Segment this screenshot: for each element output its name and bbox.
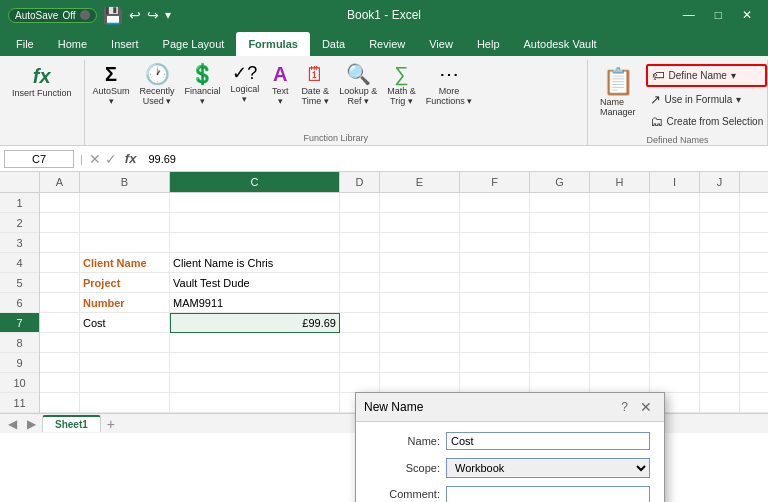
- cell-c10[interactable]: [170, 373, 340, 393]
- cell-b1[interactable]: [80, 193, 170, 213]
- formula-input[interactable]: [144, 151, 764, 167]
- sheet-nav-right[interactable]: ▶: [23, 417, 40, 431]
- cell-f2[interactable]: [460, 213, 530, 233]
- cell-h4[interactable]: [590, 253, 650, 273]
- cell-b8[interactable]: [80, 333, 170, 353]
- cell-h6[interactable]: [590, 293, 650, 313]
- cell-d7[interactable]: [340, 313, 380, 333]
- row-header-10[interactable]: 10: [0, 373, 39, 393]
- cell-f7[interactable]: [460, 313, 530, 333]
- cell-i1[interactable]: [650, 193, 700, 213]
- cell-e5[interactable]: [380, 273, 460, 293]
- cell-f6[interactable]: [460, 293, 530, 313]
- tab-data[interactable]: Data: [310, 32, 357, 56]
- cell-i8[interactable]: [650, 333, 700, 353]
- create-from-selection-button[interactable]: 🗂 Create from Selection: [646, 112, 768, 131]
- cell-c3[interactable]: [170, 233, 340, 253]
- tab-help[interactable]: Help: [465, 32, 512, 56]
- cell-a1[interactable]: [40, 193, 80, 213]
- cell-e3[interactable]: [380, 233, 460, 253]
- row-header-7[interactable]: 7: [0, 313, 39, 333]
- dialog-scope-select[interactable]: Workbook Sheet1: [446, 458, 650, 478]
- cell-g1[interactable]: [530, 193, 590, 213]
- cell-g5[interactable]: [530, 273, 590, 293]
- close-button[interactable]: ✕: [734, 6, 760, 24]
- cell-d2[interactable]: [340, 213, 380, 233]
- cell-e2[interactable]: [380, 213, 460, 233]
- cell-h8[interactable]: [590, 333, 650, 353]
- cell-f1[interactable]: [460, 193, 530, 213]
- col-header-e[interactable]: E: [380, 172, 460, 192]
- cell-j8[interactable]: [700, 333, 740, 353]
- sheet-nav-left[interactable]: ◀: [4, 417, 21, 431]
- dialog-close-button[interactable]: ✕: [636, 399, 656, 415]
- cell-a2[interactable]: [40, 213, 80, 233]
- redo-icon[interactable]: ↪: [147, 7, 159, 23]
- cell-g8[interactable]: [530, 333, 590, 353]
- cell-b11[interactable]: [80, 393, 170, 413]
- math-trig-button[interactable]: ∑ Math &Trig ▾: [383, 62, 420, 108]
- cell-f5[interactable]: [460, 273, 530, 293]
- cell-b6[interactable]: Number: [80, 293, 170, 313]
- cell-c9[interactable]: [170, 353, 340, 373]
- cell-g10[interactable]: [530, 373, 590, 393]
- row-header-3[interactable]: 3: [0, 233, 39, 253]
- cell-g9[interactable]: [530, 353, 590, 373]
- cell-j4[interactable]: [700, 253, 740, 273]
- cell-a7[interactable]: [40, 313, 80, 333]
- tab-home[interactable]: Home: [46, 32, 99, 56]
- cell-j3[interactable]: [700, 233, 740, 253]
- cell-d9[interactable]: [340, 353, 380, 373]
- use-in-formula-button[interactable]: ↗ Use in Formula ▾: [646, 90, 768, 109]
- cell-h5[interactable]: [590, 273, 650, 293]
- cell-a4[interactable]: [40, 253, 80, 273]
- tab-review[interactable]: Review: [357, 32, 417, 56]
- cell-i10[interactable]: [650, 373, 700, 393]
- dialog-name-input[interactable]: [446, 432, 650, 450]
- recently-used-button[interactable]: 🕐 RecentlyUsed ▾: [136, 62, 179, 108]
- autosave-toggle[interactable]: AutoSave Off: [8, 8, 97, 23]
- cell-i4[interactable]: [650, 253, 700, 273]
- cell-g4[interactable]: [530, 253, 590, 273]
- row-header-11[interactable]: 11: [0, 393, 39, 413]
- col-header-a[interactable]: A: [40, 172, 80, 192]
- cell-b10[interactable]: [80, 373, 170, 393]
- cell-a8[interactable]: [40, 333, 80, 353]
- name-manager-button[interactable]: 📋 NameManager: [594, 62, 642, 121]
- tab-autodesk-vault[interactable]: Autodesk Vault: [512, 32, 609, 56]
- cancel-formula-icon[interactable]: ✕: [89, 151, 101, 167]
- cell-e10[interactable]: [380, 373, 460, 393]
- cell-j2[interactable]: [700, 213, 740, 233]
- tab-file[interactable]: File: [4, 32, 46, 56]
- dialog-help-icon[interactable]: ?: [621, 400, 628, 414]
- cell-c5[interactable]: Vault Test Dude: [170, 273, 340, 293]
- row-header-4[interactable]: 4: [0, 253, 39, 273]
- cell-b4[interactable]: Client Name: [80, 253, 170, 273]
- save-icon[interactable]: 💾: [103, 6, 123, 25]
- cell-f3[interactable]: [460, 233, 530, 253]
- cell-d6[interactable]: [340, 293, 380, 313]
- tab-insert[interactable]: Insert: [99, 32, 151, 56]
- cell-d1[interactable]: [340, 193, 380, 213]
- cell-e9[interactable]: [380, 353, 460, 373]
- tab-formulas[interactable]: Formulas: [236, 32, 310, 56]
- cell-j10[interactable]: [700, 373, 740, 393]
- cell-a11[interactable]: [40, 393, 80, 413]
- cell-h3[interactable]: [590, 233, 650, 253]
- cell-g2[interactable]: [530, 213, 590, 233]
- cell-h2[interactable]: [590, 213, 650, 233]
- lookup-ref-button[interactable]: 🔍 Lookup &Ref ▾: [335, 62, 381, 108]
- cell-a3[interactable]: [40, 233, 80, 253]
- cell-e1[interactable]: [380, 193, 460, 213]
- cell-f9[interactable]: [460, 353, 530, 373]
- cell-i6[interactable]: [650, 293, 700, 313]
- cell-g3[interactable]: [530, 233, 590, 253]
- cell-g7[interactable]: [530, 313, 590, 333]
- col-header-b[interactable]: B: [80, 172, 170, 192]
- cell-i5[interactable]: [650, 273, 700, 293]
- cell-j11[interactable]: [700, 393, 740, 413]
- cell-f8[interactable]: [460, 333, 530, 353]
- cell-c2[interactable]: [170, 213, 340, 233]
- cell-d5[interactable]: [340, 273, 380, 293]
- col-header-j[interactable]: J: [700, 172, 740, 192]
